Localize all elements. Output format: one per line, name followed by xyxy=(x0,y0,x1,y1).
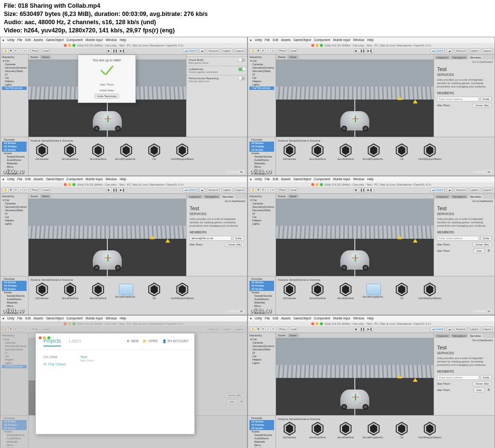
hub-tab-learn[interactable]: Learn xyxy=(69,338,81,347)
role-dropdown[interactable]: Owner (Me) xyxy=(473,103,492,108)
pause-icon[interactable]: ❚❚ xyxy=(111,48,118,53)
service-collaborate[interactable]: Collaborate Create together seamlessly xyxy=(187,66,247,75)
popup-state: Initial State xyxy=(100,89,114,92)
menu-mobileinput[interactable]: Mobile Input xyxy=(86,38,102,42)
menu-component[interactable]: Component xyxy=(66,38,83,42)
hub-open-button[interactable]: 📂 OPEN xyxy=(143,339,157,343)
hub-account-button[interactable]: 👤 MY ACCOUNT xyxy=(162,339,189,343)
dashboard-link[interactable]: Go to Dashboard xyxy=(434,59,495,64)
tree-item[interactable]: Menu xyxy=(2,165,27,169)
svg-marker-31 xyxy=(151,285,158,294)
tree-item[interactable]: AudioMixers xyxy=(2,159,27,162)
fav-item[interactable]: All Scripts xyxy=(2,148,27,152)
email-input[interactable]: Enter email address xyxy=(437,236,479,241)
toggle-icon[interactable] xyxy=(238,58,245,62)
asset-item[interactable]: AircraftJet4Axis xyxy=(58,143,82,160)
hierarchy-item[interactable]: Helpers xyxy=(2,80,27,83)
traffic-lights[interactable] xyxy=(64,44,75,47)
play-controls[interactable]: ▶ ❚❚ ▶❚ xyxy=(106,48,126,53)
hub-new-button[interactable]: ⊕ NEW xyxy=(127,339,138,343)
folder-icon xyxy=(119,284,133,295)
hierarchy-item[interactable]: Car xyxy=(2,76,27,80)
asset-item[interactable]: 2dCharacter xyxy=(30,143,54,160)
email-input[interactable]: Enter email address xyxy=(437,97,479,101)
hierarchy-root[interactable]: ▾ Car xyxy=(2,59,27,63)
transform-gizmo-icon[interactable] xyxy=(104,115,112,123)
assets-header[interactable]: Assets xyxy=(2,152,27,155)
hierarchy-item[interactable]: GeometryStatic xyxy=(2,70,27,73)
favorites-header: Favorites xyxy=(2,138,27,142)
menu-gameobject[interactable]: GameObject xyxy=(46,38,64,42)
svg-marker-51 xyxy=(370,424,378,433)
hierarchy-item[interactable]: GeometryDynamic xyxy=(2,66,27,70)
menu-apple[interactable]: ● xyxy=(2,38,4,42)
popup-user: Alan Thorn xyxy=(100,83,114,86)
game-view[interactable] xyxy=(276,59,434,137)
invite-teammate-button[interactable]: Invite Teammate xyxy=(95,94,119,99)
menu-unity[interactable]: Unity xyxy=(7,38,15,42)
filter-cloud[interactable]: In The Cloud xyxy=(44,362,66,366)
service-cloud-build[interactable]: Cloud Build Build games faster xyxy=(187,57,247,66)
frame-1: ● Unity File Edit Assets GameObject Comp… xyxy=(0,37,248,176)
step-icon[interactable]: ▶❚ xyxy=(118,48,126,53)
hierarchy-tree[interactable]: ▾ Car Cameras GeometryDynamic GeometrySt… xyxy=(2,59,27,90)
svg-marker-19 xyxy=(370,145,378,155)
hierarchy-item-selected[interactable]: CarTiltControls xyxy=(2,87,27,90)
menu-window[interactable]: Window xyxy=(105,38,116,42)
scale-tool-icon[interactable]: ⤢ xyxy=(18,48,23,53)
collab-button[interactable]: ☁ Collab ▾ xyxy=(430,48,445,53)
tree-item[interactable]: Materials xyxy=(2,162,27,165)
tree-item[interactable]: SampleScenes xyxy=(2,155,27,159)
layers-dropdown[interactable]: Layers xyxy=(221,48,233,53)
fav-item[interactable]: All Prefabs xyxy=(2,145,27,148)
hub-tab-projects[interactable]: Projects xyxy=(44,338,61,347)
account-dropdown[interactable]: Account xyxy=(207,48,219,53)
scene-tab[interactable]: Scene xyxy=(30,56,38,58)
service-perf-reporting[interactable]: Performance Reporting Discover app error… xyxy=(187,75,247,84)
layout-dropdown[interactable]: Layout xyxy=(234,48,246,53)
asset-item[interactable]: AircraftJet4Axis xyxy=(87,143,110,160)
light-gizmo-icon xyxy=(413,100,418,103)
hierarchy-item[interactable]: Lights xyxy=(2,83,27,87)
game-tab[interactable]: Game xyxy=(40,55,51,59)
toggle-icon[interactable] xyxy=(238,68,245,71)
menu-assets[interactable]: Assets xyxy=(33,38,43,42)
menu-file[interactable]: File xyxy=(17,38,22,42)
svg-marker-17 xyxy=(342,145,349,155)
svg-marker-21 xyxy=(398,145,406,155)
filter-ondisk[interactable]: On Disk xyxy=(44,355,66,359)
file-line: File: 018 Sharing with Collab.mp4 xyxy=(4,2,491,10)
rect-tool-icon[interactable]: ▭ xyxy=(23,48,29,53)
remove-icon[interactable]: ✕ xyxy=(486,249,492,253)
rotate-tool-icon[interactable]: ⟳ xyxy=(13,48,18,53)
collab-button[interactable]: ☁ Collab ▾ xyxy=(183,48,198,53)
play-icon[interactable]: ▶ xyxy=(106,48,111,53)
menu-help[interactable]: Help xyxy=(120,38,126,42)
cloud-icon[interactable]: ☁ xyxy=(199,48,205,53)
remove-icon[interactable]: ✕ xyxy=(486,388,492,392)
toggle-icon[interactable] xyxy=(238,77,245,80)
hand-tool-icon[interactable]: ✋ xyxy=(2,48,8,53)
local-toggle[interactable]: Local xyxy=(41,48,50,53)
assets-grid[interactable]: Assets ▸ SampleScenes ▸ Scenes ▸ 2dChara… xyxy=(29,137,247,175)
breadcrumb[interactable]: Assets ▸ SampleScenes ▸ Scenes ▸ xyxy=(30,139,245,142)
pivot-toggle[interactable]: Pivot xyxy=(30,48,39,53)
menu-edit[interactable]: Edit xyxy=(25,38,30,42)
unity-hub-window: Projects Learn ⊕ NEW 📂 OPEN 👤 MY ACCOUNT… xyxy=(35,333,195,434)
play-icon[interactable]: ▶ xyxy=(354,48,359,53)
asset-item[interactable]: CarAIWaypointBased xyxy=(171,143,194,160)
email-input[interactable]: athorn@nfts.co.uk xyxy=(189,236,232,241)
hand-tool-icon[interactable]: ✋ xyxy=(250,48,256,53)
transform-gizmo-icon[interactable] xyxy=(351,115,359,123)
asset-item[interactable]: Car xyxy=(143,143,166,160)
fav-item[interactable]: All Models xyxy=(2,142,27,145)
hierarchy-tab[interactable]: Hierarchy xyxy=(2,56,27,58)
asset-item[interactable]: AircraftPropeller4A... xyxy=(115,143,138,160)
invite-button[interactable]: Invite xyxy=(233,236,244,241)
move-tool-icon[interactable]: ✥ xyxy=(8,48,13,53)
transform-tools[interactable]: ✋ ✥ ⟳ ⤢ ▭ xyxy=(2,48,29,53)
project-link[interactable]: Test xyxy=(80,355,94,359)
invite-button[interactable]: Invite xyxy=(480,97,492,101)
hierarchy-item[interactable]: Cameras xyxy=(2,63,27,66)
hierarchy-item[interactable]: UI xyxy=(2,73,27,76)
